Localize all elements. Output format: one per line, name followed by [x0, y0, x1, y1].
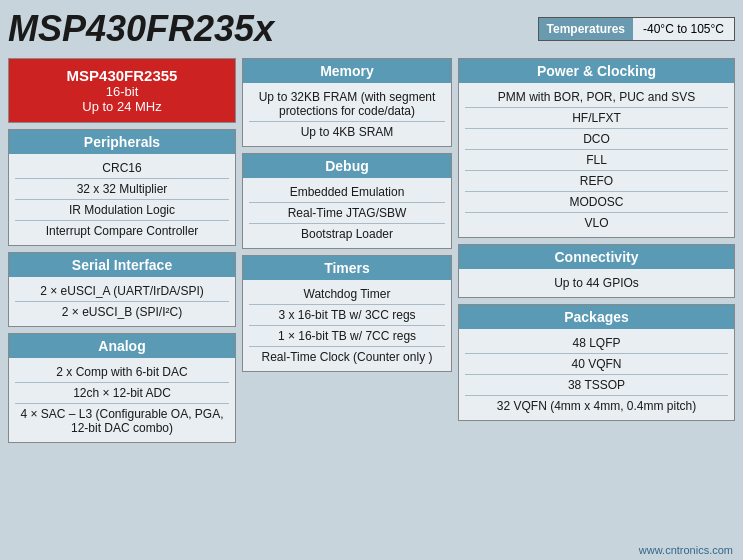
- list-item: Up to 32KB FRAM (with segment protection…: [249, 87, 445, 122]
- temp-value: -40°C to 105°C: [633, 18, 734, 40]
- page-title: MSP430FR235x: [8, 8, 274, 50]
- list-item: Embedded Emulation: [249, 182, 445, 203]
- list-item: 12ch × 12-bit ADC: [15, 383, 229, 404]
- chip-freq: Up to 24 MHz: [15, 99, 229, 114]
- temp-label: Temperatures: [539, 18, 633, 40]
- list-item: 4 × SAC – L3 (Configurable OA, PGA, 12-b…: [15, 404, 229, 438]
- list-item: 3 x 16-bit TB w/ 3CC regs: [249, 305, 445, 326]
- packages-section: Packages 48 LQFP 40 VQFN 38 TSSOP 32 VQF…: [458, 304, 735, 421]
- list-item: HF/LFXT: [465, 108, 728, 129]
- list-item: 32 x 32 Multiplier: [15, 179, 229, 200]
- serial-header: Serial Interface: [9, 253, 235, 277]
- list-item: 48 LQFP: [465, 333, 728, 354]
- list-item: 1 × 16-bit TB w/ 7CC regs: [249, 326, 445, 347]
- list-item: PMM with BOR, POR, PUC and SVS: [465, 87, 728, 108]
- list-item: CRC16: [15, 158, 229, 179]
- peripherals-content: CRC16 32 x 32 Multiplier IR Modulation L…: [9, 154, 235, 245]
- list-item: 38 TSSOP: [465, 375, 728, 396]
- packages-header: Packages: [459, 305, 734, 329]
- debug-header: Debug: [243, 154, 451, 178]
- list-item: Up to 4KB SRAM: [249, 122, 445, 142]
- power-section: Power & Clocking PMM with BOR, POR, PUC …: [458, 58, 735, 238]
- list-item: REFO: [465, 171, 728, 192]
- debug-content: Embedded Emulation Real-Time JTAG/SBW Bo…: [243, 178, 451, 248]
- debug-section: Debug Embedded Emulation Real-Time JTAG/…: [242, 153, 452, 249]
- analog-content: 2 x Comp with 6-bit DAC 12ch × 12-bit AD…: [9, 358, 235, 442]
- memory-content: Up to 32KB FRAM (with segment protection…: [243, 83, 451, 146]
- list-item: Up to 44 GPIOs: [465, 273, 728, 293]
- column-2: Memory Up to 32KB FRAM (with segment pro…: [242, 58, 452, 443]
- list-item: Bootstrap Loader: [249, 224, 445, 244]
- packages-content: 48 LQFP 40 VQFN 38 TSSOP 32 VQFN (4mm x …: [459, 329, 734, 420]
- column-3: Power & Clocking PMM with BOR, POR, PUC …: [458, 58, 735, 443]
- list-item: VLO: [465, 213, 728, 233]
- main-content: MSP430FR2355 16-bit Up to 24 MHz Periphe…: [8, 58, 735, 443]
- peripherals-section: Peripherals CRC16 32 x 32 Multiplier IR …: [8, 129, 236, 246]
- serial-section: Serial Interface 2 × eUSCI_A (UART/IrDA/…: [8, 252, 236, 327]
- list-item: IR Modulation Logic: [15, 200, 229, 221]
- memory-section: Memory Up to 32KB FRAM (with segment pro…: [242, 58, 452, 147]
- list-item: 2 x Comp with 6-bit DAC: [15, 362, 229, 383]
- timers-header: Timers: [243, 256, 451, 280]
- chip-name: MSP430FR2355: [15, 67, 229, 84]
- list-item: DCO: [465, 129, 728, 150]
- chip-bit: 16-bit: [15, 84, 229, 99]
- page: MSP430FR235x Temperatures -40°C to 105°C…: [0, 0, 743, 560]
- list-item: FLL: [465, 150, 728, 171]
- list-item: 40 VQFN: [465, 354, 728, 375]
- power-header: Power & Clocking: [459, 59, 734, 83]
- chip-info-box: MSP430FR2355 16-bit Up to 24 MHz: [8, 58, 236, 123]
- memory-header: Memory: [243, 59, 451, 83]
- peripherals-header: Peripherals: [9, 130, 235, 154]
- list-item: Real-Time Clock (Counter only ): [249, 347, 445, 367]
- list-item: MODOSC: [465, 192, 728, 213]
- timers-content: Watchdog Timer 3 x 16-bit TB w/ 3CC regs…: [243, 280, 451, 371]
- power-content: PMM with BOR, POR, PUC and SVS HF/LFXT D…: [459, 83, 734, 237]
- analog-section: Analog 2 x Comp with 6-bit DAC 12ch × 12…: [8, 333, 236, 443]
- temperature-box: Temperatures -40°C to 105°C: [538, 17, 735, 41]
- header: MSP430FR235x Temperatures -40°C to 105°C: [8, 8, 735, 50]
- timers-section: Timers Watchdog Timer 3 x 16-bit TB w/ 3…: [242, 255, 452, 372]
- connectivity-header: Connectivity: [459, 245, 734, 269]
- list-item: Interrupt Compare Controller: [15, 221, 229, 241]
- connectivity-content: Up to 44 GPIOs: [459, 269, 734, 297]
- list-item: 32 VQFN (4mm x 4mm, 0.4mm pitch): [465, 396, 728, 416]
- connectivity-section: Connectivity Up to 44 GPIOs: [458, 244, 735, 298]
- list-item: Watchdog Timer: [249, 284, 445, 305]
- watermark: www.cntronics.com: [639, 544, 733, 556]
- list-item: Real-Time JTAG/SBW: [249, 203, 445, 224]
- serial-content: 2 × eUSCI_A (UART/IrDA/SPI) 2 × eUSCI_B …: [9, 277, 235, 326]
- list-item: 2 × eUSCI_A (UART/IrDA/SPI): [15, 281, 229, 302]
- column-1: MSP430FR2355 16-bit Up to 24 MHz Periphe…: [8, 58, 236, 443]
- analog-header: Analog: [9, 334, 235, 358]
- list-item: 2 × eUSCI_B (SPI/I²C): [15, 302, 229, 322]
